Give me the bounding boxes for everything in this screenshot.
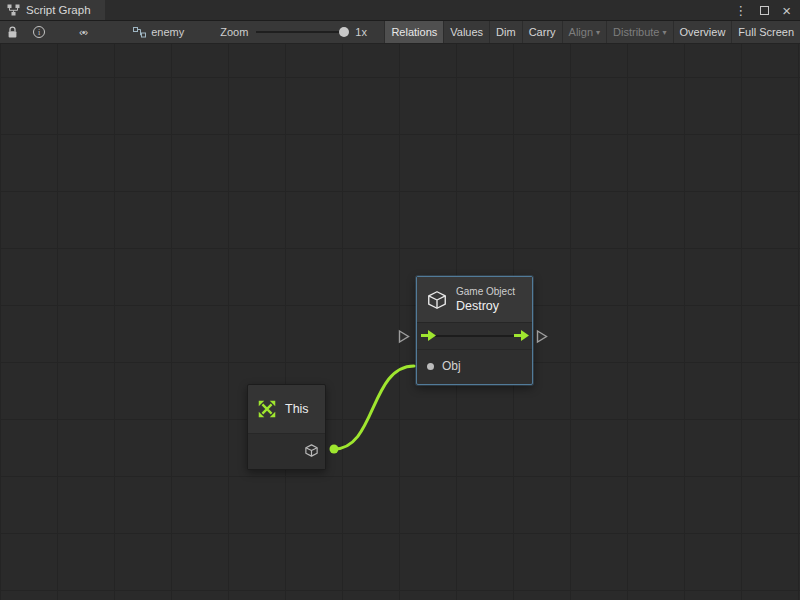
align-dropdown-button[interactable]: Align ▾ <box>562 21 606 43</box>
toolbar-buttons: Relations Values Dim Carry Align ▾ Distr… <box>384 21 800 43</box>
graph-canvas[interactable]: Game Object Destroy <box>0 44 800 600</box>
flow-input-triangle-icon[interactable] <box>398 329 410 344</box>
info-glyph: i <box>38 28 40 37</box>
connection-layer <box>0 44 800 600</box>
node-this-header: This <box>248 385 325 433</box>
tab-label: Script Graph <box>26 4 91 16</box>
full-screen-button[interactable]: Full Screen <box>731 21 800 43</box>
node-category-label: Game Object <box>456 285 515 298</box>
maximize-icon[interactable] <box>760 6 769 15</box>
distribute-label: Distribute <box>613 26 659 38</box>
overview-button[interactable]: Overview <box>673 21 732 43</box>
distribute-dropdown-button[interactable]: Distribute ▾ <box>606 21 672 43</box>
carry-button[interactable]: Carry <box>522 21 562 43</box>
graph-name: enemy <box>151 26 184 38</box>
flow-port-row <box>417 323 532 349</box>
flow-output-triangle-icon[interactable] <box>536 329 548 344</box>
zoom-label: Zoom <box>220 26 248 38</box>
graph-toolbar: i ‹•› enemy Zoom 1x Relations Values Dim… <box>0 21 800 44</box>
zoom-slider-track <box>256 31 348 33</box>
game-object-cube-icon-small <box>304 443 319 458</box>
value-connection-wire[interactable] <box>334 366 414 449</box>
node-destroy-header: Game Object Destroy <box>417 277 532 323</box>
lock-icon[interactable] <box>7 26 18 39</box>
chevron-down-icon: ▾ <box>596 28 600 37</box>
info-icon[interactable]: i <box>33 26 45 38</box>
dim-button[interactable]: Dim <box>489 21 522 43</box>
this-output-port-dot[interactable] <box>330 445 339 454</box>
obj-port-label: Obj <box>442 359 461 373</box>
flow-input-arrow-icon[interactable] <box>421 330 436 341</box>
tab-script-graph[interactable]: Script Graph <box>0 0 105 20</box>
relations-button[interactable]: Relations <box>384 21 443 43</box>
graph-asset-breadcrumb[interactable]: enemy <box>133 26 184 38</box>
script-graph-asset-icon <box>133 27 146 38</box>
window-controls: ⋮ × <box>734 0 800 20</box>
chevron-down-icon: ▾ <box>663 28 667 37</box>
node-destroy[interactable]: Game Object Destroy <box>416 276 533 385</box>
obj-input-port[interactable]: Obj <box>417 349 532 382</box>
flow-output-arrow-icon[interactable] <box>514 330 529 341</box>
kebab-menu-icon[interactable]: ⋮ <box>734 4 747 17</box>
script-graph-window: Script Graph ⋮ × i ‹•› enemy <box>0 0 800 600</box>
close-icon[interactable]: × <box>782 3 791 18</box>
node-this[interactable]: This <box>247 384 326 470</box>
this-output-port-row[interactable] <box>248 433 325 469</box>
zoom-slider[interactable] <box>256 26 348 38</box>
code-view-icon[interactable]: ‹•› <box>79 26 87 38</box>
align-label: Align <box>569 26 593 38</box>
game-object-cube-icon <box>426 289 448 311</box>
zoom-value: 1x <box>355 26 367 38</box>
zoom-slider-handle[interactable] <box>339 27 349 37</box>
node-title-label: Destroy <box>456 298 515 314</box>
graph-tab-icon <box>7 4 20 16</box>
values-button[interactable]: Values <box>443 21 489 43</box>
title-bar: Script Graph ⋮ × <box>0 0 800 21</box>
node-this-title: This <box>285 402 309 416</box>
obj-port-dot[interactable] <box>427 363 434 370</box>
flow-relation-line <box>435 335 514 337</box>
this-unit-icon <box>256 398 278 420</box>
